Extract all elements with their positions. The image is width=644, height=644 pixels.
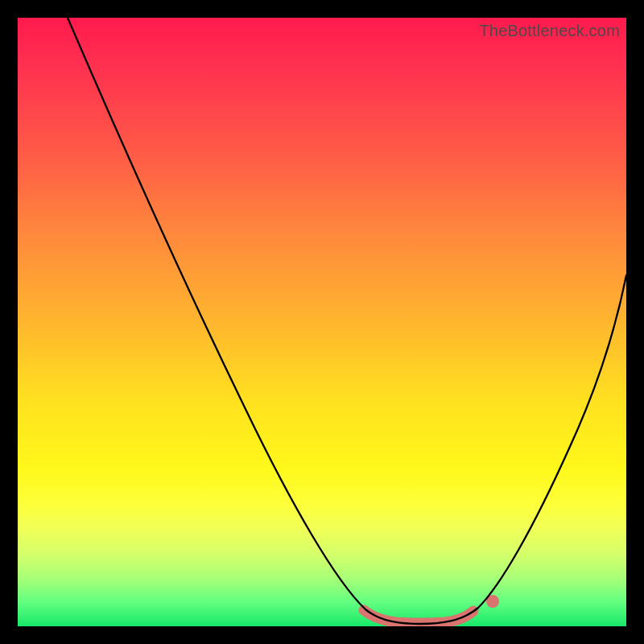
watermark-text: TheBottleneck.com: [479, 22, 620, 40]
chart-plot-area: TheBottleneck.com: [18, 18, 626, 626]
valley-highlight: [364, 610, 473, 623]
chart-frame: TheBottleneck.com: [0, 0, 644, 644]
bottleneck-curve: [18, 18, 626, 626]
accent-dot: [486, 595, 499, 608]
curve-line: [68, 18, 626, 624]
